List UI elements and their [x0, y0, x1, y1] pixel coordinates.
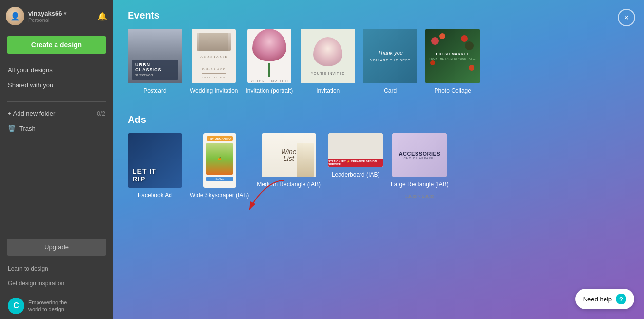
wine-glass-shape [297, 143, 314, 177]
user-info: vinayaks66 ▾ Personal [28, 10, 94, 23]
trash-item[interactable]: 🗑️ Trash [0, 121, 113, 136]
photo-collage-label: Photo Collage [435, 87, 471, 94]
large-rect-label: Large Rectangle (IAB) [391, 181, 449, 188]
sidebar-divider [7, 101, 106, 102]
help-icon: ? [616, 294, 626, 304]
card-label: Card [384, 87, 397, 94]
avatar-image: 👤 [6, 7, 24, 25]
create-design-button[interactable]: Create a design [7, 36, 106, 54]
canva-logo: C [8, 298, 24, 314]
ads-section-title: Ads [128, 114, 629, 125]
skyscraper-label: Wide Skyscraper (IAB) [190, 192, 249, 199]
invitation-portrait-label: Invitation (portrait) [246, 87, 293, 94]
chevron-down-icon: ▾ [64, 11, 66, 16]
leaderboard-label: Leaderboard (IAB) [332, 171, 380, 178]
template-item-wedding[interactable]: ANASTASIE·KRISTOFF INVITATION Wedding In… [190, 29, 238, 94]
invitation-portrait-thumb: YOU'RE INVITED [247, 29, 291, 83]
trash-icon: 🗑️ [8, 125, 16, 132]
skyscraper-thumb: TRY ORGANIKO 🍊 CANVA [203, 133, 236, 188]
ads-grid: LET ITRIP Facebook Ad TRY ORGANIKO 🍊 CAN… [128, 133, 629, 199]
template-item-invitation-portrait[interactable]: YOU'RE INVITED Invitation (portrait) [246, 29, 293, 94]
rose-stem [268, 63, 270, 78]
template-item-large-rectangle[interactable]: ACCESSORIES CHOICE APPAREL Large Rectang… [391, 133, 449, 199]
invitation-label: Invitation [316, 87, 340, 94]
username[interactable]: vinayaks66 ▾ [28, 10, 94, 17]
template-item-leaderboard[interactable]: STATIONERY ⚡ CREATIVE DESIGN SERVICE Lea… [328, 133, 383, 199]
sidebar-bottom: Upgrade Learn to design Get design inspi… [0, 235, 113, 319]
facebook-ad-label: Facebook Ad [138, 192, 172, 199]
canva-branding: C Empowering the world to design [0, 293, 113, 319]
need-help-button[interactable]: Need help ? [575, 289, 634, 309]
large-rect-thumb: ACCESSORIES CHOICE APPAREL [392, 133, 447, 177]
sidebar-header: 👤 vinayaks66 ▾ Personal 🔔 [0, 0, 113, 32]
leaderboard-thumb: STATIONERY ⚡ CREATIVE DESIGN SERVICE [328, 133, 383, 167]
rose-white-icon [312, 37, 344, 69]
wedding-thumb: ANASTASIE·KRISTOFF INVITATION [192, 29, 236, 83]
template-item-facebook-ad[interactable]: LET ITRIP Facebook Ad [128, 133, 182, 199]
events-ads-divider [128, 104, 629, 104]
wedding-bg-image [197, 33, 231, 51]
postcard-bg-image: URBN CLASSICS streetwear [128, 29, 182, 83]
add-folder-button[interactable]: + Add new folder 0/2 [0, 106, 113, 121]
sidebar: 👤 vinayaks66 ▾ Personal 🔔 Create a desig… [0, 0, 113, 319]
avatar: 👤 [6, 7, 24, 25]
wedding-label: Wedding Invitation [190, 87, 238, 94]
sidebar-nav: All your designs Shared with you [0, 58, 113, 98]
upgrade-button[interactable]: Upgrade [7, 239, 106, 256]
card-thumb: Thank youYOU ARE THE BEST [363, 29, 417, 83]
folder-count: 0/2 [97, 110, 105, 117]
rose-icon [252, 29, 286, 61]
template-item-invitation[interactable]: YOU'RE INVITED Invitation [301, 29, 355, 94]
events-grid: URBN CLASSICS streetwear Postcard ANASTA… [128, 29, 629, 94]
organiko-image: 🍊 [206, 143, 233, 175]
facebook-ad-thumb: LET ITRIP [128, 133, 182, 188]
template-item-wide-skyscraper[interactable]: TRY ORGANIKO 🍊 CANVA Wide Skyscraper (IA… [190, 133, 249, 199]
events-section-title: Events [128, 10, 629, 21]
notification-bell-icon[interactable]: 🔔 [97, 12, 107, 21]
template-item-photo-collage[interactable]: FRESH MARKET FROM THE FARM TO YOUR TABLE… [425, 29, 480, 94]
sidebar-item-shared[interactable]: Shared with you [0, 78, 113, 93]
user-type: Personal [28, 17, 94, 23]
invitation-thumb: YOU'RE INVITED [301, 29, 355, 83]
postcard-thumb: URBN CLASSICS streetwear [128, 29, 182, 83]
photo-collage-thumb: FRESH MARKET FROM THE FARM TO YOUR TABLE [425, 29, 480, 83]
template-item-card[interactable]: Thank youYOU ARE THE BEST Card [363, 29, 417, 94]
main-content: × Events URBN CLASSICS streetwear Postca… [113, 0, 644, 319]
postcard-label: Postcard [143, 87, 166, 94]
fresh-market-text: FRESH MARKET FROM THE FARM TO YOUR TABLE [429, 52, 475, 60]
learn-link[interactable]: Learn to design [0, 263, 113, 274]
large-rect-size: 336px × 280px [405, 194, 434, 199]
stationery-banner: STATIONERY ⚡ CREATIVE DESIGN SERVICE [328, 159, 383, 167]
close-button[interactable]: × [618, 9, 635, 26]
medium-rect-thumb: Wine List [262, 133, 316, 177]
inspiration-link[interactable]: Get design inspiration [0, 278, 113, 289]
need-help-label: Need help [583, 296, 612, 303]
template-item-medium-rectangle[interactable]: Wine List Medium Rectangle (IAB) [257, 133, 321, 199]
canva-tagline: Empowering the world to design [28, 299, 67, 313]
sidebar-item-all-designs[interactable]: All your designs [0, 62, 113, 78]
medium-rect-label: Medium Rectangle (IAB) [257, 181, 321, 188]
template-item-postcard[interactable]: URBN CLASSICS streetwear Postcard [128, 29, 182, 94]
